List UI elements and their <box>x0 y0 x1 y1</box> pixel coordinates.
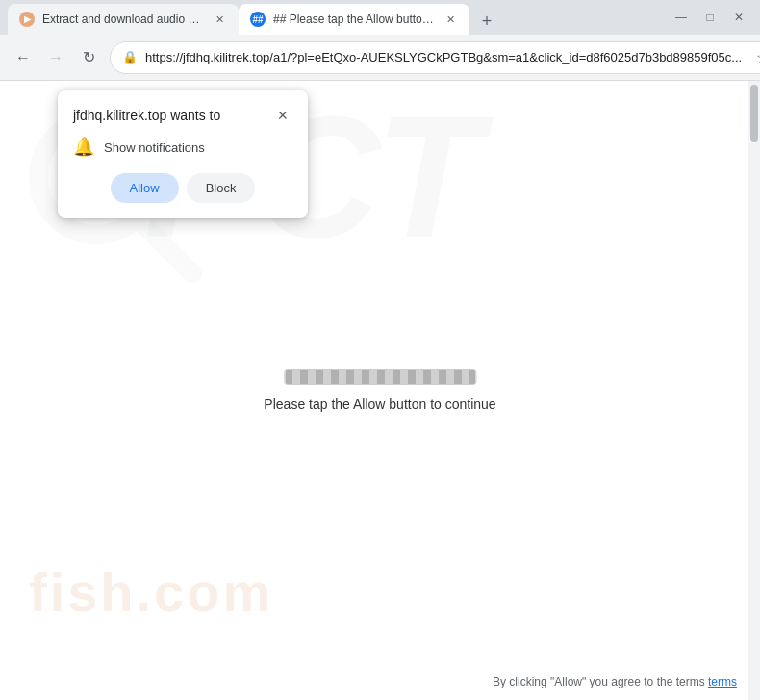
url-bar-actions: ☆ <box>749 44 760 71</box>
progress-bar <box>284 369 476 385</box>
block-button[interactable]: Block <box>187 173 256 203</box>
minimize-button[interactable]: — <box>668 4 695 31</box>
window-controls: — □ ✕ <box>668 4 752 31</box>
title-bar: ▶ Extract and download audio an... ✕ ## … <box>0 0 760 35</box>
url-bar[interactable]: 🔒 https://jfdhq.kilitrek.top/a1/?pl=eEtQ… <box>110 41 760 74</box>
browser-window: ▶ Extract and download audio an... ✕ ## … <box>0 0 760 700</box>
reload-button[interactable]: ↻ <box>73 42 104 73</box>
bottom-text: By clicking "Allow" you agree to the ter… <box>493 675 737 688</box>
progress-section: Please tap the Allow button to continue <box>264 369 495 412</box>
progress-text: Please tap the Allow button to continue <box>264 396 495 412</box>
allow-button[interactable]: Allow <box>111 173 179 203</box>
page-content: PCT fish.com Please tap the Allow button… <box>0 81 760 700</box>
scrollbar-thumb[interactable] <box>750 85 758 142</box>
close-button[interactable]: ✕ <box>725 4 752 31</box>
popup-header: jfdhq.kilitrek.top wants to ✕ <box>73 106 292 125</box>
notification-popup: jfdhq.kilitrek.top wants to ✕ 🔔 Show not… <box>58 90 308 218</box>
forward-button[interactable]: → <box>40 42 71 73</box>
bookmark-icon[interactable]: ☆ <box>749 44 760 71</box>
url-text: https://jfdhq.kilitrek.top/a1/?pl=eEtQxo… <box>145 50 742 64</box>
popup-description: Show notifications <box>104 140 205 155</box>
progress-bar-fill <box>285 370 475 384</box>
address-bar: ← → ↻ 🔒 https://jfdhq.kilitrek.top/a1/?p… <box>0 35 760 81</box>
tab-2[interactable]: ## ## Please tap the Allow button... ✕ <box>239 4 469 35</box>
tabs-container: ▶ Extract and download audio an... ✕ ## … <box>8 0 664 35</box>
fish-watermark: fish.com <box>29 561 273 623</box>
tab1-favicon: ▶ <box>19 12 35 27</box>
popup-actions: Allow Block <box>73 173 292 203</box>
tab2-close-button[interactable]: ✕ <box>443 12 458 27</box>
scrollbar[interactable] <box>748 81 760 700</box>
tab-1[interactable]: ▶ Extract and download audio an... ✕ <box>8 4 239 35</box>
popup-title: jfdhq.kilitrek.top wants to <box>73 108 220 123</box>
maximize-button[interactable]: □ <box>697 4 723 31</box>
tab2-title: ## Please tap the Allow button... <box>273 12 435 26</box>
tab2-favicon: ## <box>250 12 266 27</box>
nav-controls: ← → ↻ <box>8 42 104 73</box>
svg-line-1 <box>139 219 192 273</box>
popup-close-button[interactable]: ✕ <box>273 106 292 125</box>
tab1-title: Extract and download audio an... <box>42 12 204 26</box>
tab1-close-button[interactable]: ✕ <box>212 12 227 27</box>
back-button[interactable]: ← <box>8 42 38 73</box>
new-tab-button[interactable]: + <box>473 8 500 35</box>
popup-content: 🔔 Show notifications <box>73 137 292 158</box>
lock-icon: 🔒 <box>122 50 138 64</box>
terms-link[interactable]: terms <box>708 675 737 688</box>
bell-icon: 🔔 <box>73 137 94 158</box>
